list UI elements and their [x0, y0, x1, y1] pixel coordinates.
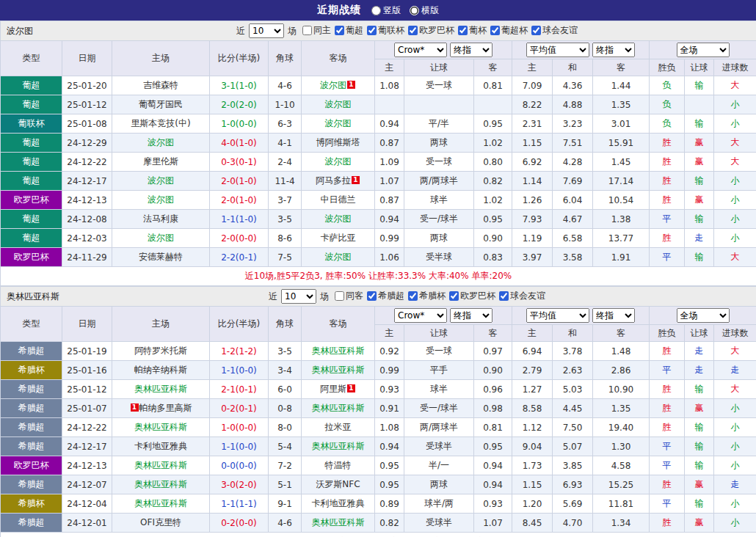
avg-odds-away: 3.01 [593, 114, 650, 134]
view-radio[interactable] [371, 6, 381, 15]
average-final-select[interactable]: 终指 [592, 308, 635, 323]
handicap-odds-home: 1.08 [375, 76, 404, 95]
view-radio[interactable] [410, 6, 419, 15]
final-odds-select[interactable]: 终指 [450, 308, 493, 323]
match-date: 25-01-16 [62, 361, 112, 380]
match-date: 24-11-29 [62, 248, 112, 267]
average-header: 平均值终指 [512, 41, 650, 59]
focus-team-name: 奥林匹亚科斯 [134, 498, 187, 508]
league-filter[interactable]: 欧罗巴杯 [449, 290, 495, 302]
result-goals: 小 [714, 418, 756, 437]
league-filter-checkbox[interactable] [449, 291, 459, 301]
result-wdl: 胜 [650, 229, 685, 248]
view-toggle: 竖版横版 [371, 4, 439, 17]
recent-count-select[interactable]: 10 [249, 23, 284, 38]
result-handicap: 输 [685, 248, 714, 267]
league-filter-checkbox[interactable] [302, 26, 312, 35]
league-filter[interactable]: 葡杯 [458, 24, 487, 37]
result-goals: 小 [714, 172, 756, 191]
col-home: 主场 [112, 41, 210, 76]
result-goals: 小 [714, 191, 756, 210]
league-filter-checkbox[interactable] [408, 26, 418, 35]
league-filter[interactable]: 希腊杯 [408, 290, 446, 302]
league-filter[interactable]: 球会友谊 [531, 24, 578, 37]
league-filter-checkbox[interactable] [499, 291, 509, 301]
league-filter[interactable]: 同客 [335, 290, 363, 302]
section-header: 奥林匹亚科斯 近 10 场 同客希腊超希腊杯欧罗巴杯球会友谊 [1, 287, 756, 307]
league-filter-label: 球会友谊 [510, 290, 545, 302]
league-filter-checkbox[interactable] [531, 26, 541, 35]
bookmaker-select[interactable]: Crow* [394, 308, 447, 323]
handicap-odds-home: 0.99 [375, 361, 404, 380]
result-wdl: 胜 [650, 514, 685, 533]
result-wdl: 胜 [650, 418, 685, 437]
league-filter-checkbox[interactable] [490, 26, 500, 35]
result-goals: 小 [714, 399, 756, 418]
focus-team-name: 波尔图 [325, 252, 352, 262]
avg-odds-home: 1.15 [512, 134, 553, 153]
result-wdl: 平 [650, 456, 685, 475]
col-odds-away: 客 [474, 59, 512, 76]
avg-odds-away: 17.14 [593, 172, 650, 191]
view-option[interactable]: 竖版 [371, 4, 401, 17]
average-select[interactable]: 平均值 [526, 43, 589, 57]
result-handicap: 走 [685, 342, 714, 361]
away-team: 奥林匹亚科斯 [302, 437, 375, 456]
league-filter[interactable]: 球会友谊 [499, 290, 545, 302]
filter-bar: 近 10 场 同客希腊超希腊杯欧罗巴杯球会友谊 [102, 289, 712, 304]
focus-team-name: 奥林匹亚科斯 [312, 517, 365, 527]
avg-odds-home: 6.92 [512, 153, 553, 172]
league-filter[interactable]: 葡超 [335, 24, 363, 37]
view-option[interactable]: 横版 [410, 4, 439, 17]
match-row: 欧罗巴杯24-12-13奥林匹亚科斯0-0(0-0)7-2特温特0.95半/一0… [1, 456, 756, 475]
league-filter-checkbox[interactable] [367, 291, 377, 301]
league-filter[interactable]: 葡超杯 [490, 24, 528, 37]
home-team: 波尔图 [112, 229, 210, 248]
match-row: 希腊超24-12-22奥林匹亚科斯1-0(0-0)8-0拉米亚1.08两/两球半… [1, 418, 756, 437]
league-filter[interactable]: 欧罗巴杯 [408, 24, 454, 37]
match-row: 葡超25-01-20吉维森特3-1(1-0)4-6波尔图11.08受一球0.81… [1, 76, 756, 95]
avg-odds-away: 10.90 [593, 380, 650, 399]
corners: 6-0 [269, 380, 302, 399]
fulltime-select[interactable]: 全场 [677, 308, 730, 323]
focus-team-name: 奥林匹亚科斯 [312, 403, 365, 413]
result-handicap: 走 [685, 229, 714, 248]
league-filter[interactable]: 葡联杯 [367, 24, 404, 37]
col-result-handicap: 让球 [685, 325, 714, 342]
avg-odds-away: 2.86 [593, 361, 650, 380]
bookmaker-select[interactable]: Crow* [394, 43, 447, 57]
col-odds-line: 让球 [404, 325, 474, 342]
recent-count-select[interactable]: 10 [281, 289, 316, 304]
away-team: 波尔图 [302, 95, 375, 114]
final-odds-select[interactable]: 终指 [450, 43, 493, 57]
opponent-team-name: 摩里伦斯 [143, 156, 178, 167]
opponent-team-name: 卡利地亚雅典 [312, 498, 365, 508]
league-filter[interactable]: 希腊超 [367, 290, 404, 302]
col-result-handicap: 让球 [685, 59, 714, 76]
average-select[interactable]: 平均值 [526, 308, 589, 323]
league-filter-checkbox[interactable] [335, 291, 344, 301]
league-filter[interactable]: 同主 [302, 24, 331, 37]
handicap-odds-away: 0.82 [474, 172, 512, 191]
avg-odds-draw: 5.69 [553, 494, 593, 514]
average-final-select[interactable]: 终指 [592, 43, 635, 57]
avg-odds-away: 1.45 [593, 153, 650, 172]
handicap-line: 两球 [404, 229, 474, 248]
handicap-odds-away: 0.94 [474, 475, 512, 494]
league-filter-checkbox[interactable] [367, 26, 377, 35]
fulltime-select[interactable]: 全场 [677, 43, 730, 57]
league-filter-checkbox[interactable] [335, 26, 344, 35]
handicap-odds-away: 0.95 [474, 210, 512, 229]
league-filter-checkbox[interactable] [458, 26, 468, 35]
away-team: 波尔图 [302, 114, 375, 134]
away-team: 阿里斯1 [302, 380, 375, 399]
match-date: 24-12-22 [62, 418, 112, 437]
match-row: 希腊超25-01-19阿特罗米托斯1-2(1-2)3-5奥林匹亚科斯0.92受一… [1, 342, 756, 361]
opponent-team-name: 帕纳多里高斯 [139, 403, 192, 413]
match-date: 25-01-07 [62, 399, 112, 418]
team-section-away: 奥林匹亚科斯 近 10 场 同客希腊超希腊杯欧罗巴杯球会友谊 类型 日期 主场 … [0, 286, 756, 537]
result-goals: 小 [714, 456, 756, 475]
handicap-odds-away: 0.83 [474, 248, 512, 267]
result-wdl: 胜 [650, 399, 685, 418]
league-filter-checkbox[interactable] [408, 291, 418, 301]
